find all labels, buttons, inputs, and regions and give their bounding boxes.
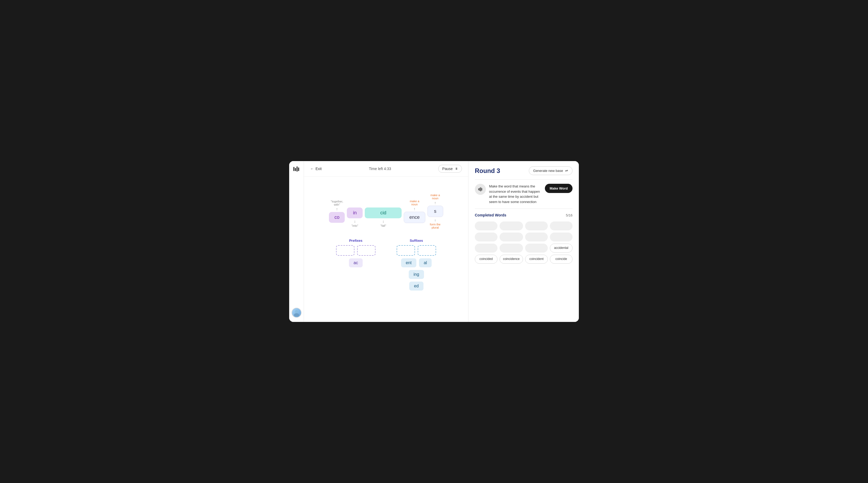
- morpheme-in[interactable]: in: [347, 207, 363, 218]
- svg-rect-6: [478, 188, 479, 190]
- in-arrow-down: ↓: [354, 219, 356, 223]
- co-arrow-up: ↑: [336, 207, 338, 211]
- avatar: [291, 308, 302, 318]
- word-chip-empty-4: [550, 222, 572, 230]
- pause-icon: ⏸: [455, 167, 458, 171]
- word-chip-empty-5: [475, 232, 497, 242]
- word-chip-empty-10: [500, 244, 523, 253]
- word-chip-empty-7: [525, 232, 548, 242]
- suffix-drop-slot-2[interactable]: [418, 245, 436, 256]
- completed-title: Completed Words: [475, 213, 506, 217]
- in-label-bottom: "into": [351, 224, 359, 227]
- prefixes-tiles: [336, 245, 375, 256]
- morpheme-co[interactable]: co: [329, 212, 345, 223]
- suffix-available-row2: ing: [409, 270, 424, 279]
- suffix-al[interactable]: al: [419, 258, 432, 267]
- task-description: Make the word that means the occurrence …: [489, 184, 542, 204]
- make-word-button[interactable]: Make Word: [545, 184, 572, 193]
- pause-label: Pause: [442, 167, 453, 171]
- word-chip-coincident: coincident: [525, 255, 548, 264]
- prefix-ac[interactable]: ac: [349, 258, 363, 267]
- svg-point-5: [294, 313, 299, 317]
- word-chip-empty-1: [475, 222, 497, 230]
- ence-label-top: make anoun: [410, 200, 419, 206]
- morpheme-s-wrapper: make anoun ↑ s ↓ form theplural: [427, 194, 443, 229]
- timer-display: Time left 4:33: [369, 167, 391, 171]
- s-label-top: make anoun: [430, 194, 440, 200]
- generate-new-base-button[interactable]: Generate new base ⇌: [529, 166, 572, 175]
- morpheme-row: "together,with" ↑ co in ↓ "into" cid ↓ "…: [312, 194, 460, 229]
- morpheme-cid-wrapper: cid ↓ "fall": [365, 195, 402, 227]
- completed-count: 5/16: [566, 213, 572, 217]
- prefix-available: ac: [349, 258, 363, 267]
- suffixes-drop-slots: [397, 245, 436, 256]
- suffix-ed[interactable]: ed: [409, 282, 424, 290]
- cid-arrow-down: ↓: [382, 219, 384, 223]
- round-title: Round 3: [475, 167, 500, 174]
- word-chip-empty-2: [500, 222, 523, 230]
- morpheme-in-wrapper: in ↓ "into": [347, 195, 363, 227]
- svg-rect-0: [293, 167, 294, 171]
- round-header: Round 3 Generate new base ⇌: [475, 166, 572, 175]
- morpheme-ence-wrapper: make anoun ↑ ence: [404, 200, 425, 223]
- prefixes-section: Prefixes ac: [336, 238, 375, 290]
- word-chip-empty-8: [550, 232, 572, 242]
- word-chip-empty-3: [525, 222, 548, 230]
- suffix-drop-slot-1[interactable]: [397, 245, 415, 256]
- s-arrow-down: ↓: [434, 218, 436, 222]
- svg-rect-3: [298, 167, 299, 171]
- prefix-drop-slot-2[interactable]: [357, 245, 375, 256]
- svg-rect-2: [297, 166, 298, 172]
- word-grid: accidental coincided coincidence coincid…: [475, 222, 572, 264]
- svg-rect-9: [482, 188, 482, 191]
- task-audio-icon[interactable]: [475, 184, 486, 195]
- exit-button[interactable]: ← Exit: [310, 167, 321, 171]
- word-chip-coincidence: coincidence: [500, 255, 523, 264]
- svg-rect-1: [295, 168, 296, 171]
- divider-2: [475, 208, 572, 209]
- svg-rect-8: [480, 187, 481, 191]
- suffix-available-row3: ed: [409, 282, 424, 290]
- word-chip-accidental: accidental: [550, 244, 572, 253]
- main-area: ← Exit Time left 4:33 Pause ⏸ "together,…: [304, 161, 468, 322]
- svg-point-4: [295, 310, 298, 313]
- arrow-left-icon: ←: [310, 167, 314, 171]
- completed-header: Completed Words 5/16: [475, 213, 572, 217]
- parts-row: Prefixes ac Suffixes: [312, 238, 460, 290]
- suffix-ing[interactable]: ing: [409, 270, 424, 279]
- ence-arrow-up: ↑: [413, 207, 415, 211]
- exit-label: Exit: [315, 167, 321, 171]
- suffixes-title: Suffixes: [410, 238, 423, 243]
- s-label-bottom: form theplural: [430, 223, 440, 229]
- word-chip-coincide: coincide: [550, 255, 572, 264]
- pause-button[interactable]: Pause ⏸: [438, 165, 462, 173]
- word-chip-coincided: coincided: [475, 255, 497, 264]
- sidebar: [289, 161, 304, 322]
- word-chip-empty-11: [525, 244, 548, 253]
- co-label-top: "together,with": [331, 200, 343, 206]
- prefix-drop-slot-1[interactable]: [336, 245, 354, 256]
- shuffle-icon: ⇌: [565, 169, 568, 173]
- cid-label-bottom: "fall": [380, 224, 386, 227]
- task-box: Make the word that means the occurrence …: [475, 184, 572, 204]
- prefixes-title: Prefixes: [349, 238, 363, 243]
- suffix-ent[interactable]: ent: [401, 258, 416, 267]
- word-chip-empty-9: [475, 244, 497, 253]
- top-bar: ← Exit Time left 4:33 Pause ⏸: [304, 161, 468, 177]
- word-chip-empty-6: [500, 232, 523, 242]
- svg-rect-7: [479, 188, 480, 191]
- suffixes-section: Suffixes ent al ing ed: [397, 238, 436, 290]
- s-arrow-up: ↑: [434, 201, 436, 205]
- morpheme-co-wrapper: "together,with" ↑ co: [329, 200, 345, 223]
- right-panel: Round 3 Generate new base ⇌ Make the wor…: [468, 161, 579, 322]
- suffix-available-row1: ent al: [401, 258, 432, 267]
- morpheme-cid[interactable]: cid: [365, 207, 402, 218]
- morpheme-ence[interactable]: ence: [404, 212, 425, 223]
- generate-label: Generate new base: [533, 169, 563, 173]
- logo-icon: [293, 165, 300, 174]
- word-builder: "together,with" ↑ co in ↓ "into" cid ↓ "…: [304, 177, 468, 322]
- app-container: ← Exit Time left 4:33 Pause ⏸ "together,…: [289, 161, 579, 322]
- morpheme-s[interactable]: s: [427, 206, 443, 217]
